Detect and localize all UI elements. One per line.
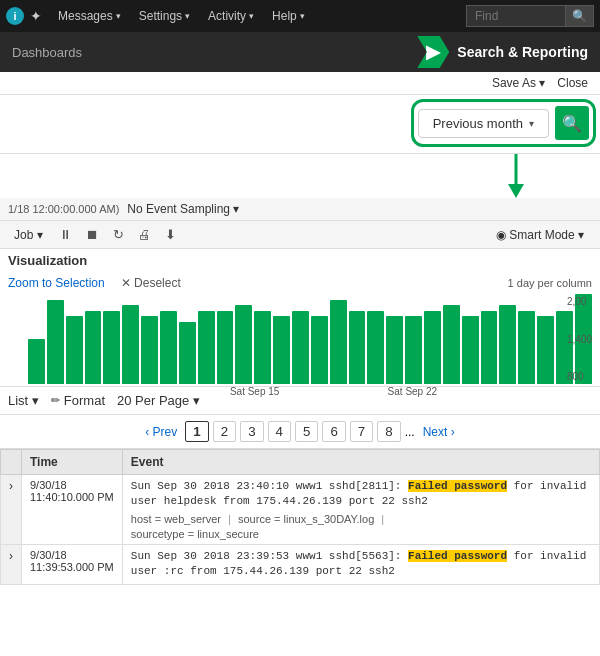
format-label: Format [64, 393, 105, 408]
highlight-failed-password-1: Failed password [408, 480, 507, 492]
nav-settings[interactable]: Settings ▾ [131, 0, 198, 32]
find-input[interactable] [466, 5, 566, 27]
meta-sourcetype-val-1: linux_secure [197, 528, 259, 540]
dashboards-label: Dashboards [12, 45, 82, 60]
chart-container: Zoom to Selection ✕ Deselect 1 day per c… [0, 272, 600, 386]
page-8-button[interactable]: 8 [377, 421, 400, 442]
close-button[interactable]: Close [557, 76, 588, 90]
page-6-button[interactable]: 6 [322, 421, 345, 442]
page-2-button[interactable]: 2 [213, 421, 236, 442]
sampling-button[interactable]: No Event Sampling ▾ [127, 202, 239, 216]
job-button[interactable]: Job ▾ [8, 226, 49, 244]
chart-bar-9[interactable] [198, 311, 215, 384]
chart-bar-12[interactable] [254, 311, 271, 384]
chart-bar-2[interactable] [66, 316, 83, 384]
chart-controls: Zoom to Selection ✕ Deselect 1 day per c… [8, 272, 592, 294]
meta-sourcetype-key-1: sourcetype [131, 528, 185, 540]
job-bar: Job ▾ ⏸ ⏹ ↻ 🖨 ⬇ ◉ Smart Mode ▾ [0, 221, 600, 249]
meta-host-key-1: host [131, 513, 152, 525]
stop-icon[interactable]: ⏹ [82, 225, 103, 244]
chart-bar-7[interactable] [160, 311, 177, 384]
row-event-2: Sun Sep 30 2018 23:39:53 www1 sshd[5563]… [122, 544, 599, 584]
chart-bar-27[interactable] [537, 316, 554, 384]
chart-bar-5[interactable] [122, 305, 139, 384]
app-name: Search & Reporting [457, 44, 588, 60]
x-label-sep15: Sat Sep 15 [230, 386, 279, 397]
row-time-2: 9/30/18 11:39:53.000 PM [22, 544, 123, 584]
event-col-header: Event [122, 450, 599, 475]
chart-bar-18[interactable] [367, 311, 384, 384]
page-1-button[interactable]: 1 [185, 421, 208, 442]
chart-bar-8[interactable] [179, 322, 196, 384]
chart-bar-23[interactable] [462, 316, 479, 384]
chart-bar-14[interactable] [292, 311, 309, 384]
chart-bar-11[interactable] [235, 305, 252, 384]
splunk-logo: ▶ [417, 36, 449, 68]
y-label-mid: 1,400 [567, 334, 592, 345]
chart-x-labels: Sat Sep 15 Sat Sep 22 [8, 384, 592, 386]
list-button[interactable]: List ▾ [8, 393, 39, 408]
timestamp-label: 1/18 12:00:00.000 AM) [8, 203, 119, 215]
print-icon[interactable]: 🖨 [134, 225, 155, 244]
zoom-to-selection[interactable]: Zoom to Selection [8, 276, 105, 290]
chart-bar-6[interactable] [141, 316, 158, 384]
pagination-bar: ‹ Prev 1 2 3 4 5 6 7 8 ... Next › [0, 415, 600, 449]
x-label-sep22: Sat Sep 22 [388, 386, 437, 397]
star-icon: ✦ [30, 8, 42, 24]
chart-bar-13[interactable] [273, 316, 290, 384]
refresh-icon[interactable]: ↻ [109, 225, 128, 244]
chart-bar-1[interactable] [47, 300, 64, 384]
prev-page-button[interactable]: ‹ Prev [141, 423, 181, 441]
chart-bar-16[interactable] [330, 300, 347, 384]
event-bar: 1/18 12:00:00.000 AM) No Event Sampling … [0, 198, 600, 221]
download-icon[interactable]: ⬇ [161, 225, 180, 244]
deselect-button[interactable]: ✕ Deselect [121, 276, 181, 290]
chart-bar-10[interactable] [217, 311, 234, 384]
chart-bar-21[interactable] [424, 311, 441, 384]
save-as-button[interactable]: Save As ▾ [492, 76, 545, 90]
chart-bar-20[interactable] [405, 316, 422, 384]
page-4-button[interactable]: 4 [268, 421, 291, 442]
chart-bar-3[interactable] [85, 311, 102, 384]
day-per-column-label: 1 day per column [508, 277, 592, 289]
nav-activity[interactable]: Activity ▾ [200, 0, 262, 32]
info-icon: i [6, 7, 24, 25]
table-row: › 9/30/18 11:40:10.000 PM Sun Sep 30 201… [1, 475, 600, 545]
nav-help[interactable]: Help ▾ [264, 0, 313, 32]
chart-bar-17[interactable] [349, 311, 366, 384]
save-close-bar: Save As ▾ Close [0, 72, 600, 95]
annotation-arrow-svg [496, 154, 536, 198]
smart-mode-button[interactable]: ◉ Smart Mode ▾ [488, 226, 592, 244]
chart-bar-24[interactable] [481, 311, 498, 384]
pause-icon[interactable]: ⏸ [55, 225, 76, 244]
annotation-area [0, 154, 600, 198]
row-expand-1[interactable]: › [1, 475, 22, 545]
chart-bar-0[interactable] [28, 339, 45, 384]
second-bar: Dashboards ▶ Search & Reporting [0, 32, 600, 72]
table-row: › 9/30/18 11:39:53.000 PM Sun Sep 30 201… [1, 544, 600, 584]
pagination-ellipsis: ... [405, 425, 415, 439]
chart-bar-4[interactable] [103, 311, 120, 384]
per-page-button[interactable]: 20 Per Page ▾ [117, 393, 200, 408]
chart-bar-26[interactable] [518, 311, 535, 384]
time-range-bar: Previous month ▾ 🔍 [0, 95, 600, 154]
row-event-1: Sun Sep 30 2018 23:40:10 www1 sshd[2811]… [122, 475, 599, 545]
page-5-button[interactable]: 5 [295, 421, 318, 442]
nav-messages[interactable]: Messages ▾ [50, 0, 129, 32]
chart-bar-25[interactable] [499, 305, 516, 384]
y-label-bot: 800 [567, 371, 592, 382]
splunk-logo-area: ▶ Search & Reporting [417, 36, 588, 68]
chart-bar-19[interactable] [386, 316, 403, 384]
chart-bar-15[interactable] [311, 316, 328, 384]
row-expand-2[interactable]: › [1, 544, 22, 584]
nav-search-area: 🔍 [466, 5, 594, 27]
page-7-button[interactable]: 7 [350, 421, 373, 442]
find-button[interactable]: 🔍 [566, 5, 594, 27]
pencil-icon: ✏ [51, 394, 60, 407]
next-page-button[interactable]: Next › [419, 423, 459, 441]
row-time-1: 9/30/18 11:40:10.000 PM [22, 475, 123, 545]
page-3-button[interactable]: 3 [240, 421, 263, 442]
format-button[interactable]: ✏ Format [51, 393, 105, 408]
highlight-failed-password-2: Failed password [408, 550, 507, 562]
chart-bar-22[interactable] [443, 305, 460, 384]
